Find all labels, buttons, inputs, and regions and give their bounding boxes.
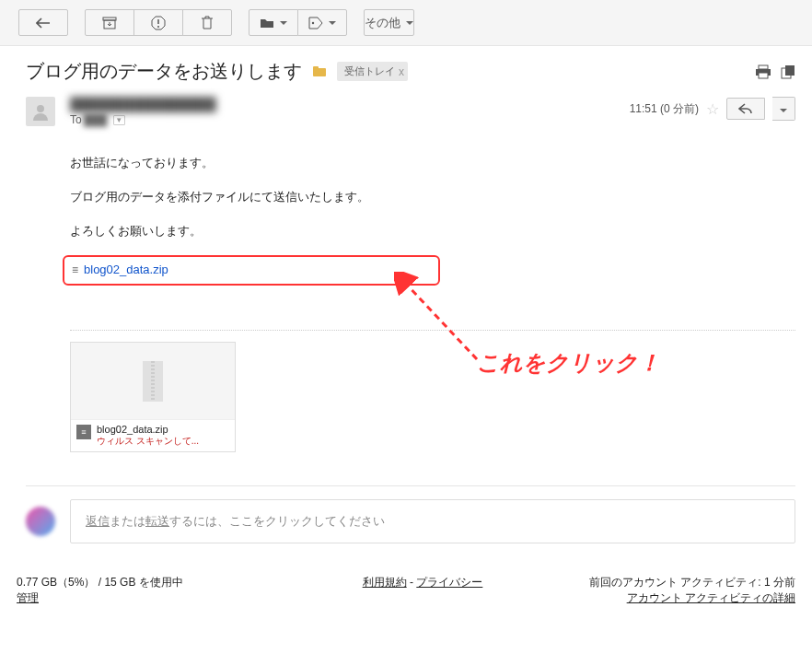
back-button[interactable]: [18, 9, 68, 36]
sender-avatar: [26, 97, 55, 126]
annotation-text: これをクリック！: [477, 348, 660, 378]
svg-rect-6: [759, 65, 768, 69]
svg-rect-10: [785, 65, 795, 76]
storage-used: 0.77 GB（5%）: [17, 576, 95, 589]
my-avatar: [26, 507, 55, 536]
svg-point-11: [37, 105, 44, 112]
to-line[interactable]: To ███ ▾: [70, 113, 630, 126]
svg-rect-8: [759, 73, 768, 78]
body-line-1: お世話になっております。: [70, 154, 795, 173]
archive-button[interactable]: [85, 9, 134, 36]
delete-button[interactable]: [182, 9, 232, 36]
activity-prefix: 前回のアカウント アクティビティ:: [589, 576, 764, 589]
attachment-separator: [70, 330, 795, 331]
activity-details-link[interactable]: アカウント アクティビティの詳細: [627, 591, 795, 604]
message-body: お世話になっております。 ブログ用のデータを添付ファイルにて送信いたします。 よ…: [70, 154, 795, 286]
svg-point-4: [157, 26, 159, 28]
reply-suffix: するには、ここをクリックしてください: [169, 514, 385, 528]
footer: 0.77 GB（5%） / 15 GB を使用中 管理 利用規約 - プライバシ…: [0, 562, 812, 625]
sender-name: ████████████████: [70, 97, 630, 111]
reply-row: 返信または転送するには、ここをクリックしてください: [26, 499, 795, 562]
to-prefix: To: [70, 113, 82, 126]
storage-total: 15 GB を使用中: [104, 576, 182, 589]
reply-mid: または: [110, 514, 145, 528]
email-subject: ブログ用のデータをお送りします: [26, 59, 302, 84]
spam-button[interactable]: [133, 9, 183, 36]
attachment-icon: ≡: [72, 262, 78, 279]
to-details-toggle[interactable]: ▾: [113, 115, 125, 125]
newwindow-icon[interactable]: [781, 64, 795, 79]
print-icon[interactable]: [755, 64, 771, 79]
privacy-link[interactable]: プライバシー: [416, 576, 482, 589]
more-label: その他: [365, 15, 400, 31]
toolbar: その他: [0, 0, 812, 46]
subject-row: ブログ用のデータをお送りします 受信トレイ x: [26, 59, 795, 84]
activity-time: 1 分前: [764, 576, 795, 589]
attachment-preview: [71, 343, 235, 419]
manage-link[interactable]: 管理: [17, 591, 39, 604]
timestamp: 11:51 (0 分前): [630, 101, 699, 117]
svg-point-5: [312, 21, 314, 23]
storage-sep: /: [95, 576, 104, 589]
reply-compose-box[interactable]: 返信または転送するには、ここをクリックしてください: [70, 499, 795, 543]
star-icon[interactable]: ☆: [706, 100, 719, 118]
label-chip[interactable]: 受信トレイ x: [337, 62, 408, 81]
message-header: ████████████████ To ███ ▾ 11:51 (0 分前) ☆: [26, 97, 795, 126]
action-group: [85, 9, 232, 36]
file-type-icon: ≡: [76, 425, 91, 439]
attachment-filename: blog02_data.zip: [84, 261, 168, 280]
body-line-2: ブログ用のデータを添付ファイルにて送信いたします。: [70, 188, 795, 207]
folder-icon: [313, 66, 326, 76]
organize-group: [249, 9, 347, 36]
reply-separator: [26, 485, 795, 486]
zip-icon: [143, 361, 163, 402]
virus-scan-status: ウィルス スキャンして...: [97, 435, 199, 448]
labels-button[interactable]: [297, 9, 347, 36]
attachment-card[interactable]: ≡ blog02_data.zip ウィルス スキャンして...: [70, 342, 236, 452]
label-text: 受信トレイ: [344, 64, 395, 78]
forward-word: 転送: [145, 514, 169, 528]
more-button[interactable]: その他: [364, 9, 414, 36]
label-remove[interactable]: x: [399, 65, 404, 78]
attachment-inline-link[interactable]: ≡ blog02_data.zip: [63, 255, 440, 286]
moveto-button[interactable]: [249, 9, 298, 36]
footer-dash: -: [407, 576, 417, 589]
body-line-3: よろしくお願いします。: [70, 222, 795, 241]
reply-button[interactable]: [726, 98, 765, 120]
terms-link[interactable]: 利用規約: [363, 576, 407, 589]
reply-word: 返信: [86, 514, 110, 528]
reply-more-button[interactable]: [772, 97, 795, 121]
card-filename: blog02_data.zip: [97, 424, 199, 435]
to-name: ███: [84, 113, 111, 126]
